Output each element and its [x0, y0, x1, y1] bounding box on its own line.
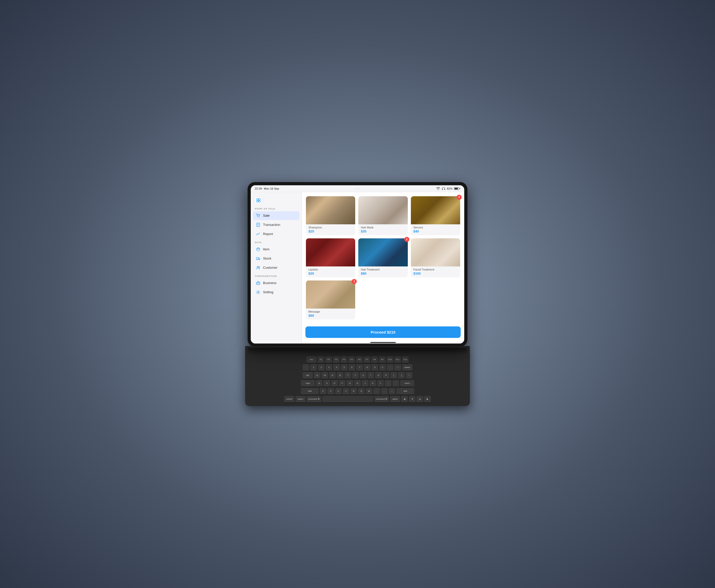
sidebar-item-setting[interactable]: Setting — [253, 288, 300, 297]
key-r[interactable]: R — [337, 372, 344, 379]
key-i[interactable]: I — [367, 372, 374, 379]
key-q[interactable]: Q — [314, 372, 321, 379]
key-option-right[interactable]: option — [390, 396, 400, 402]
key-f4[interactable]: F4 — [341, 356, 347, 363]
key-f9[interactable]: F9 — [379, 356, 386, 363]
key-3[interactable]: 3 — [326, 364, 332, 371]
keyboard-row-bottom: control option command ⌘ command ⌘ optio… — [248, 396, 467, 402]
key-f12[interactable]: F12 — [402, 356, 409, 363]
key-1[interactable]: 1 — [310, 364, 317, 371]
key-return[interactable]: return — [400, 380, 414, 387]
key-shift-right[interactable]: shift — [396, 388, 414, 395]
sidebar-item-stock[interactable]: Stock — [253, 254, 300, 263]
key-quote[interactable]: ' — [392, 380, 399, 387]
product-price-facial-treatment: $100 — [413, 272, 457, 275]
key-9[interactable]: 9 — [371, 364, 378, 371]
key-f2[interactable]: F2 — [325, 356, 332, 363]
product-card-shampoos[interactable]: Shampoos $25 — [306, 196, 355, 235]
key-rbracket[interactable]: ] — [398, 372, 405, 379]
key-g[interactable]: G — [347, 380, 353, 387]
key-f11[interactable]: F11 — [394, 356, 401, 363]
key-lbracket[interactable]: [ — [390, 372, 397, 379]
key-6[interactable]: 6 — [349, 364, 355, 371]
key-7[interactable]: 7 — [356, 364, 363, 371]
key-v[interactable]: V — [343, 388, 349, 395]
key-j[interactable]: J — [362, 380, 368, 387]
key-h[interactable]: H — [354, 380, 361, 387]
sidebar-item-business[interactable]: Business — [253, 279, 300, 287]
key-e[interactable]: E — [329, 372, 336, 379]
key-arrow-down[interactable]: ▼ — [409, 396, 415, 402]
sidebar-item-item[interactable]: Item — [253, 245, 300, 254]
key-f[interactable]: F — [339, 380, 346, 387]
key-period[interactable]: . — [381, 388, 388, 395]
key-n[interactable]: N — [358, 388, 365, 395]
key-backtick[interactable]: ` — [303, 364, 309, 371]
key-comma[interactable]: , — [373, 388, 380, 395]
product-card-hair-treatment[interactable]: 1 Hair Treatment $80 — [358, 238, 408, 277]
key-5[interactable]: 5 — [341, 364, 348, 371]
key-u[interactable]: U — [360, 372, 366, 379]
key-4[interactable]: 4 — [333, 364, 340, 371]
key-arrow-left[interactable]: ◀ — [401, 396, 408, 402]
key-caps[interactable]: caps — [301, 380, 315, 387]
key-m[interactable]: M — [366, 388, 372, 395]
key-backslash[interactable]: \ — [406, 372, 412, 379]
key-tab[interactable]: tab — [303, 372, 313, 379]
key-x[interactable]: X — [327, 388, 334, 395]
key-f6[interactable]: F6 — [356, 356, 363, 363]
key-y[interactable]: Y — [352, 372, 359, 379]
product-grid-area: Shampoos $25 Hair Mask $35 — [302, 192, 464, 324]
key-f3[interactable]: F3 — [333, 356, 340, 363]
key-o[interactable]: O — [375, 372, 382, 379]
key-z[interactable]: Z — [320, 388, 326, 395]
key-0[interactable]: 0 — [379, 364, 386, 371]
key-t[interactable]: T — [345, 372, 351, 379]
key-s[interactable]: S — [324, 380, 330, 387]
product-card-serums[interactable]: 3 Serums $40 — [411, 196, 460, 235]
key-f1[interactable]: F1 — [318, 356, 324, 363]
product-name-message: Message — [308, 310, 353, 313]
key-delete[interactable]: delete — [402, 364, 412, 371]
product-card-hair-mask[interactable]: Hair Mask $35 — [358, 196, 408, 235]
key-f10[interactable]: F10 — [387, 356, 393, 363]
key-command-left[interactable]: command ⌘ — [307, 396, 321, 402]
key-semicolon[interactable]: ; — [385, 380, 391, 387]
key-arrow-right[interactable]: ▶ — [424, 396, 431, 402]
key-shift-left[interactable]: shift — [301, 388, 319, 395]
product-card-facial-treatment[interactable]: Facial Treatment $100 — [411, 238, 460, 277]
key-l[interactable]: L — [377, 380, 384, 387]
key-control[interactable]: control — [284, 396, 294, 402]
key-option-left[interactable]: option — [295, 396, 306, 402]
key-k[interactable]: K — [369, 380, 376, 387]
key-slash[interactable]: / — [389, 388, 395, 395]
sidebar-item-report[interactable]: Report — [253, 230, 300, 238]
product-price-hair-treatment: $80 — [361, 272, 405, 275]
product-card-lipstick[interactable]: Lipstick $20 — [306, 238, 355, 277]
key-esc[interactable]: esc — [306, 356, 316, 363]
key-c[interactable]: C — [335, 388, 342, 395]
key-arrow-up[interactable]: ▲ — [416, 396, 423, 402]
product-image-hair-mask — [358, 196, 408, 224]
key-d[interactable]: D — [331, 380, 338, 387]
key-f8[interactable]: F8 — [371, 356, 378, 363]
key-f7[interactable]: F7 — [364, 356, 370, 363]
key-a[interactable]: A — [316, 380, 323, 387]
key-b[interactable]: B — [350, 388, 357, 395]
sidebar-item-transaction[interactable]: Transaction — [253, 220, 300, 229]
key-2[interactable]: 2 — [318, 364, 325, 371]
key-command-right[interactable]: command ⌘ — [374, 396, 389, 402]
key-space[interactable] — [322, 396, 373, 402]
key-p[interactable]: P — [383, 372, 389, 379]
key-8[interactable]: 8 — [364, 364, 370, 371]
proceed-button[interactable]: Proceed $210 — [305, 327, 461, 338]
key-f5[interactable]: F5 — [348, 356, 355, 363]
key-minus[interactable]: - — [387, 364, 393, 371]
key-equal[interactable]: = — [394, 364, 401, 371]
key-w[interactable]: W — [322, 372, 328, 379]
home-indicator — [370, 342, 396, 343]
product-card-message[interactable]: 1 Message $90 — [306, 280, 355, 319]
sidebar-item-customer[interactable]: Customer — [253, 264, 300, 272]
sidebar-item-sale[interactable]: Sale — [253, 211, 300, 220]
section-label-pos: POINT OF SALE — [251, 205, 302, 211]
